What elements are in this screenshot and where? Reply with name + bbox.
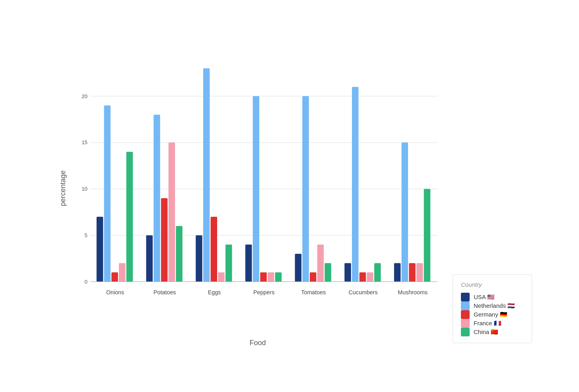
svg-rect-43: [367, 272, 373, 281]
legend-swatch: [461, 301, 470, 310]
svg-rect-23: [203, 68, 210, 282]
svg-rect-14: [126, 152, 133, 282]
svg-text:0: 0: [85, 278, 87, 284]
legend-title: Country: [461, 281, 524, 288]
svg-text:5: 5: [85, 232, 87, 238]
svg-text:Mushrooms: Mushrooms: [398, 289, 427, 295]
svg-rect-30: [260, 272, 266, 281]
legend: Country USA 🇺🇸 Netherlands 🇳🇱 Germany 🇩🇪…: [453, 274, 532, 343]
svg-text:10: 10: [82, 186, 87, 192]
svg-rect-12: [111, 272, 118, 281]
grid-and-bars: 05101520OnionsPotatoesEggsPeppersTomatoe…: [71, 29, 445, 335]
legend-item-germany: Germany 🇩🇪: [461, 310, 524, 319]
svg-rect-48: [409, 263, 415, 282]
legend-swatch: [461, 319, 470, 328]
legend-label: Netherlands 🇳🇱: [474, 302, 515, 309]
x-axis-label: Food: [71, 339, 445, 347]
legend-label: Germany 🇩🇪: [474, 311, 507, 318]
svg-rect-34: [295, 254, 301, 282]
svg-rect-28: [245, 244, 252, 281]
legend-item-china: China 🇨🇳: [461, 328, 524, 336]
left-section: percentage 05101520OnionsPotatoesEggsPep…: [55, 29, 445, 347]
legend-item-netherlands: Netherlands 🇳🇱: [461, 301, 524, 310]
plot-area: 05101520OnionsPotatoesEggsPeppersTomatoe…: [71, 29, 445, 347]
svg-rect-19: [169, 142, 175, 281]
svg-rect-35: [302, 96, 309, 282]
svg-text:15: 15: [82, 139, 87, 145]
svg-rect-20: [176, 226, 182, 282]
svg-rect-42: [359, 272, 366, 281]
svg-rect-24: [211, 216, 217, 281]
legend-swatch: [461, 328, 470, 336]
chart-svg: 05101520OnionsPotatoesEggsPeppersTomatoe…: [71, 29, 445, 335]
legend-item-usa: USA 🇺🇸: [461, 293, 524, 301]
svg-rect-37: [317, 244, 324, 281]
legend-item-france: France 🇫🇷: [461, 319, 524, 328]
svg-rect-25: [218, 272, 224, 281]
legend-label: China 🇨🇳: [474, 328, 498, 336]
svg-rect-29: [253, 96, 259, 282]
svg-rect-41: [352, 87, 358, 281]
svg-rect-18: [161, 198, 167, 281]
svg-rect-16: [146, 235, 153, 282]
svg-rect-47: [402, 142, 408, 281]
svg-rect-46: [394, 263, 400, 282]
svg-rect-22: [196, 235, 202, 282]
svg-text:20: 20: [82, 93, 87, 99]
svg-rect-10: [97, 216, 103, 281]
svg-rect-26: [225, 244, 232, 281]
svg-rect-32: [275, 272, 282, 281]
svg-rect-38: [324, 263, 331, 282]
svg-text:Eggs: Eggs: [208, 289, 221, 295]
svg-rect-44: [374, 263, 381, 282]
svg-rect-11: [104, 105, 111, 282]
svg-rect-49: [416, 263, 423, 282]
legend-swatch: [461, 293, 470, 301]
y-axis-label: percentage: [55, 29, 71, 347]
svg-text:Onions: Onions: [106, 289, 124, 295]
legend-label: USA 🇺🇸: [474, 294, 495, 301]
svg-text:Potatoes: Potatoes: [153, 289, 176, 295]
legend-label: France 🇫🇷: [474, 320, 501, 327]
legend-swatch: [461, 310, 470, 319]
svg-rect-40: [344, 263, 351, 282]
svg-rect-50: [424, 189, 430, 282]
svg-rect-36: [310, 272, 316, 281]
chart-container: percentage 05101520OnionsPotatoesEggsPep…: [15, 14, 564, 379]
svg-text:Cucumbers: Cucumbers: [348, 289, 377, 295]
svg-rect-31: [268, 272, 274, 281]
svg-rect-17: [153, 114, 160, 281]
svg-rect-13: [119, 263, 125, 282]
svg-text:Peppers: Peppers: [253, 289, 274, 295]
svg-text:Tomatoes: Tomatoes: [301, 289, 326, 295]
